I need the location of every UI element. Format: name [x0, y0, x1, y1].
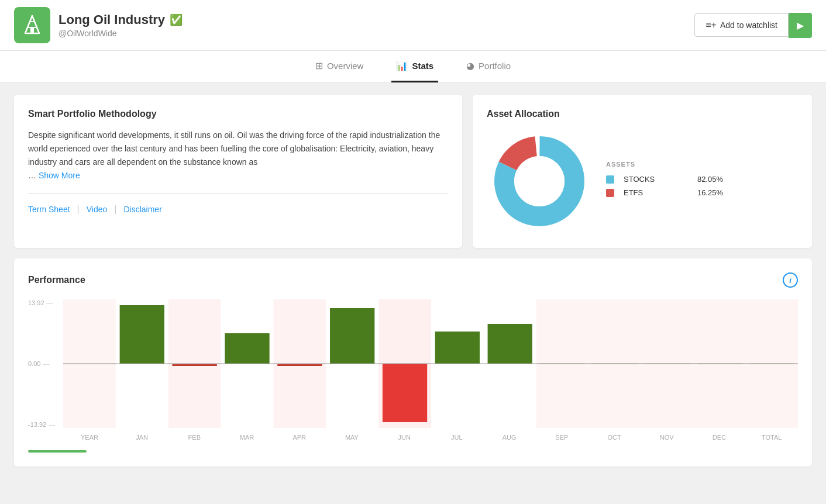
- svg-rect-20: [330, 308, 374, 364]
- asset-legend: ASSETS STOCKS 82.05% ETFS 16.25%: [606, 161, 723, 202]
- x-label-aug: AUG: [483, 434, 536, 441]
- x-label-may: MAY: [326, 434, 378, 441]
- chart-container: 13.92 — 0.00 — -13.92 —: [28, 299, 798, 441]
- stocks-pct: 82.05%: [697, 175, 723, 184]
- tab-bar: ⊞ Overview 📊 Stats ◕ Portfolio: [0, 51, 826, 83]
- tab-stats[interactable]: 📊 Stats: [391, 51, 438, 82]
- add-watchlist-label: Add to watchlist: [720, 20, 777, 30]
- x-label-jul: JUL: [431, 434, 483, 441]
- smart-portfolio-description: Despite significant world developments, …: [28, 129, 448, 182]
- header-actions: ≡+ Add to watchlist ▶: [694, 13, 812, 38]
- x-label-sep: SEP: [535, 434, 588, 441]
- top-row: Smart Portfolio Methodology Despite sign…: [14, 95, 812, 248]
- y-zero-value: 0.00: [28, 360, 40, 367]
- add-watchlist-button[interactable]: ≡+ Add to watchlist: [694, 13, 789, 37]
- y-min-dash: —: [49, 421, 55, 428]
- x-axis-labels: YEAR JAN FEB MAR APR MAY JUN JUL AUG SEP…: [63, 434, 798, 441]
- svg-rect-18: [277, 364, 322, 366]
- y-label-zero: 0.00 —: [28, 360, 55, 367]
- y-axis: 13.92 — 0.00 — -13.92 —: [28, 299, 55, 428]
- verified-badge: ✅: [170, 13, 183, 26]
- svg-rect-16: [225, 333, 269, 364]
- tab-portfolio-label: Portfolio: [479, 61, 511, 71]
- x-label-apr: APR: [273, 434, 326, 441]
- svg-rect-5: [30, 27, 34, 33]
- chevron-right-icon: ▶: [797, 20, 804, 30]
- smart-portfolio-title: Smart Portfolio Methodology: [28, 109, 448, 119]
- performance-title: Performance: [28, 275, 85, 285]
- fund-title: Long Oil Industry ✅: [58, 12, 183, 27]
- disclaimer-link[interactable]: Disclaimer: [123, 205, 161, 214]
- fund-handle: @OilWorldWide: [58, 29, 183, 38]
- x-label-jan: JAN: [116, 434, 168, 441]
- performance-card: Performance i 13.92 — 0.00 — -13.92 —: [14, 258, 812, 467]
- svg-rect-12: [120, 305, 164, 364]
- svg-rect-14: [172, 364, 216, 366]
- legend-stocks: STOCKS 82.05%: [606, 175, 723, 184]
- etfs-pct: 16.25%: [697, 188, 723, 197]
- grid-icon: ⊞: [315, 60, 323, 71]
- link-separator-1: |: [77, 204, 80, 215]
- svg-rect-22: [383, 364, 427, 422]
- fund-name: Long Oil Industry: [58, 12, 165, 27]
- watchlist-icon: ≡+: [705, 20, 717, 30]
- tab-overview-label: Overview: [327, 61, 364, 71]
- bottom-indicator-bar: [28, 450, 87, 453]
- svg-rect-24: [435, 332, 480, 364]
- description-text: Despite significant world developments, …: [28, 130, 440, 167]
- performance-header: Performance i: [28, 272, 798, 288]
- stocks-label: STOCKS: [624, 175, 655, 184]
- etfs-color-swatch: [606, 189, 614, 197]
- donut-chart: [487, 129, 592, 234]
- performance-chart-svg: [63, 299, 798, 428]
- bar-chart-icon: 📊: [396, 60, 408, 71]
- watchlist-action-button[interactable]: ▶: [789, 13, 812, 38]
- x-label-nov: NOV: [641, 434, 693, 441]
- x-label-dec: DEC: [693, 434, 746, 441]
- pie-icon: ◕: [466, 60, 474, 71]
- tab-stats-label: Stats: [412, 61, 433, 71]
- smart-portfolio-card: Smart Portfolio Methodology Despite sign…: [14, 95, 462, 248]
- link-separator-2: |: [114, 204, 116, 215]
- asset-allocation-inner: ASSETS STOCKS 82.05% ETFS 16.25%: [487, 129, 798, 234]
- resource-links: Term Sheet | Video | Disclaimer: [28, 204, 448, 215]
- header: Long Oil Industry ✅ @OilWorldWide ≡+ Add…: [0, 0, 826, 51]
- legend-title: ASSETS: [606, 161, 723, 168]
- svg-point-8: [514, 156, 565, 206]
- header-left: Long Oil Industry ✅ @OilWorldWide: [14, 7, 183, 43]
- svg-rect-26: [488, 324, 532, 364]
- stocks-color-swatch: [606, 175, 614, 184]
- x-label-year: YEAR: [63, 434, 116, 441]
- asset-allocation-title: Asset Allocation: [487, 109, 798, 119]
- logo-box: [14, 7, 50, 43]
- info-icon[interactable]: i: [783, 272, 798, 288]
- etfs-label: ETFS: [624, 188, 643, 197]
- term-sheet-link[interactable]: Term Sheet: [28, 205, 70, 214]
- y-label-min: -13.92 —: [28, 421, 55, 428]
- y-max-value: 13.92: [28, 299, 44, 306]
- y-label-max: 13.92 —: [28, 299, 55, 306]
- legend-etfs: ETFS 16.25%: [606, 188, 723, 197]
- video-link[interactable]: Video: [87, 205, 108, 214]
- x-label-mar: MAR: [221, 434, 273, 441]
- y-zero-dash: —: [43, 360, 49, 367]
- x-label-oct: OCT: [588, 434, 641, 441]
- asset-allocation-card: Asset Allocation: [473, 95, 812, 248]
- main-content: Smart Portfolio Methodology Despite sign…: [0, 83, 826, 478]
- x-label-total: TOTAL: [745, 434, 798, 441]
- show-more-link[interactable]: Show More: [39, 171, 80, 180]
- tab-overview[interactable]: ⊞ Overview: [311, 51, 369, 82]
- x-label-jun: JUN: [378, 434, 431, 441]
- y-max-dash: —: [47, 299, 53, 306]
- card-divider: [28, 193, 448, 194]
- x-label-feb: FEB: [168, 434, 221, 441]
- header-title-group: Long Oil Industry ✅ @OilWorldWide: [58, 12, 183, 38]
- tab-portfolio[interactable]: ◕ Portfolio: [462, 51, 515, 82]
- y-min-value: -13.92: [28, 421, 46, 428]
